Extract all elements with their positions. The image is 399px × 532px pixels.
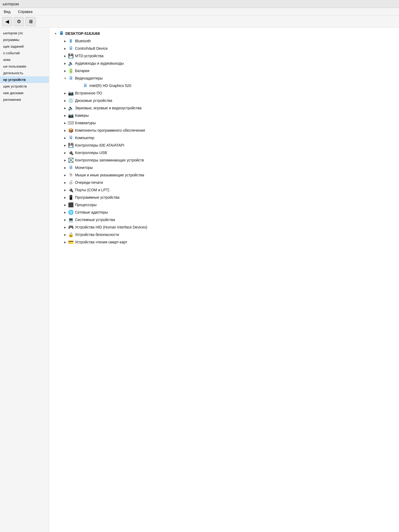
tree-node-network[interactable]: 🌐 Сетевые адаптеры bbox=[61, 209, 399, 216]
tree-node-security[interactable]: 🔒 Устройства безопасности bbox=[61, 231, 399, 238]
software-icon: 📦 bbox=[68, 127, 74, 133]
usb-label: Контроллеры USB bbox=[75, 151, 107, 155]
sidebar-item-shared[interactable]: щие устройств bbox=[0, 83, 49, 90]
tree-node-cpu[interactable]: ⬛ Процессоры bbox=[61, 201, 399, 209]
controlvault-label: ControlVault Device bbox=[75, 46, 108, 51]
tree-node-camera[interactable]: 📷 Камеры bbox=[61, 112, 399, 119]
tree-node-audio[interactable]: 🔈 Аудиовходы и аудиовыходы bbox=[61, 60, 399, 67]
hid-chevron bbox=[63, 225, 67, 229]
tree-node-ide[interactable]: 💾 Контроллеры IDE ATA/ATAPI bbox=[61, 142, 399, 149]
cpu-label: Процессоры bbox=[75, 203, 97, 207]
video-icon: 🖥 bbox=[68, 75, 74, 81]
tree-node-usb[interactable]: 🔌 Контроллеры USB bbox=[61, 149, 399, 156]
usb-icon: 🔌 bbox=[68, 150, 74, 156]
video-label: Видеоадаптеры bbox=[75, 76, 103, 80]
security-icon: 🔒 bbox=[68, 232, 74, 238]
monitors-icon: 🖥 bbox=[68, 165, 74, 171]
mouse-icon: 🖱 bbox=[68, 172, 74, 178]
tree-node-storage2[interactable]: 💽 Контроллеры запоминающих устройств bbox=[61, 156, 399, 164]
tree-node-print[interactable]: 🖨 Очереди печати bbox=[61, 179, 399, 186]
print-label: Очереди печати bbox=[75, 180, 103, 185]
menu-vid[interactable]: Вид bbox=[3, 9, 11, 14]
ports-label: Порты (COM и LPT) bbox=[75, 188, 109, 192]
toolbar: ◀ ⚙ 🖥 bbox=[0, 16, 399, 28]
sound-chevron bbox=[63, 106, 67, 110]
keyboard-chevron bbox=[63, 121, 67, 125]
tree-node-mtd[interactable]: 💾 MTD-устройства bbox=[61, 52, 399, 60]
tree-node-controlvault[interactable]: 🖥 ControlVault Device bbox=[61, 45, 399, 52]
computer-icon: 🖥 bbox=[58, 31, 64, 36]
tree-node-pc[interactable]: 🖥 Компьютер bbox=[61, 134, 399, 142]
disk-chevron bbox=[63, 98, 67, 103]
tree-node-smartcard[interactable]: 💳 Устройства чтения смарт-карт bbox=[61, 238, 399, 246]
device-manager-window: ьютером Вид Справка ◀ ⚙ 🖥 ьютером (лс ро… bbox=[0, 0, 399, 532]
sound-icon: 🔈 bbox=[68, 105, 74, 111]
ide-chevron bbox=[63, 143, 67, 147]
window-title: ьютером bbox=[3, 2, 19, 6]
menu-bar: Вид Справка bbox=[0, 8, 399, 16]
root-chevron bbox=[53, 31, 58, 36]
mtd-chevron bbox=[63, 54, 67, 58]
tree-node-software[interactable]: 📦 Компоненты программного обеспечения bbox=[61, 127, 399, 134]
back-icon: ◀ bbox=[5, 19, 9, 24]
tree-node-keyboard[interactable]: ⌨ Клавиатуры bbox=[61, 119, 399, 127]
firmware-label: Встроенное ПО bbox=[75, 91, 102, 95]
bluetooth-label: Bluetooth bbox=[75, 39, 91, 43]
sidebar-item-folders[interactable]: апки bbox=[0, 56, 49, 63]
monitor-icon: 🖥 bbox=[28, 19, 33, 24]
tree-node-progdev[interactable]: 📱 Программные устройства bbox=[61, 194, 399, 201]
tree-node-sysdev[interactable]: 💻 Системные устройства bbox=[61, 216, 399, 223]
sidebar-item-apps[interactable]: риложения bbox=[0, 96, 49, 103]
cpu-icon: ⬛ bbox=[68, 202, 74, 208]
tree-root-node[interactable]: 🖥 DESKTOP-518JU68 bbox=[52, 30, 399, 37]
tree-node-sound[interactable]: 🔈 Звуковые, игровые и видеоустройства bbox=[61, 104, 399, 112]
sound-label: Звуковые, игровые и видеоустройства bbox=[75, 106, 142, 110]
sidebar-item-users[interactable]: ые пользоваte bbox=[0, 63, 49, 70]
tree-node-hid[interactable]: 🎮 Устройства HID (Human Interface Device… bbox=[61, 223, 399, 231]
menu-help[interactable]: Справка bbox=[17, 9, 34, 14]
network-label: Сетевые адаптеры bbox=[75, 210, 108, 214]
sidebar-item-events[interactable]: о событий bbox=[0, 50, 49, 56]
tree-node-disk[interactable]: 💿 Дисковые устройства bbox=[61, 97, 399, 104]
sidebar-item-performance[interactable]: дительность bbox=[0, 70, 49, 76]
firmware-icon: 📷 bbox=[68, 90, 74, 96]
progdev-icon: 📱 bbox=[68, 194, 74, 200]
title-bar: ьютером bbox=[0, 0, 399, 8]
network-chevron bbox=[63, 210, 67, 214]
sidebar: ьютером (лс рограммы щик заданий о событ… bbox=[0, 28, 49, 532]
intel-gpu-icon: 🖥 bbox=[82, 83, 88, 89]
sidebar-item-devmanager[interactable]: ер устройств bbox=[0, 76, 49, 83]
tree-node-monitors[interactable]: 🖥 Мониторы bbox=[61, 164, 399, 171]
pc-label: Компьютер bbox=[75, 136, 94, 140]
tree-node-battery[interactable]: 🔋 Батареи bbox=[61, 67, 399, 74]
controlvault-chevron bbox=[63, 46, 67, 51]
settings-button[interactable]: ⚙ bbox=[14, 17, 24, 26]
battery-label: Батареи bbox=[75, 69, 89, 73]
tree-node-video[interactable]: 🖥 Видеоадаптеры bbox=[61, 74, 399, 82]
audio-chevron bbox=[63, 61, 67, 65]
hid-label: Устройства HID (Human Interface Devices) bbox=[75, 225, 147, 229]
tree-node-ports[interactable]: 🔌 Порты (COM и LPT) bbox=[61, 186, 399, 194]
audio-icon: 🔈 bbox=[68, 60, 74, 66]
sidebar-item-diskmanager[interactable]: ние дисками bbox=[0, 90, 49, 96]
sidebar-item-computer[interactable]: ьютером (лс bbox=[0, 30, 49, 36]
storage2-icon: 💽 bbox=[68, 157, 74, 163]
device-tree-panel: 🖥 DESKTOP-518JU68 Bluetooth 🖥 bbox=[49, 28, 399, 532]
sidebar-item-programs[interactable]: рограммы bbox=[0, 36, 49, 43]
tree-node-bluetooth[interactable]: Bluetooth bbox=[61, 37, 399, 45]
progdev-chevron bbox=[63, 195, 67, 200]
tree-root: 🖥 DESKTOP-518JU68 Bluetooth 🖥 bbox=[49, 30, 399, 246]
tree-node-intel-gpu[interactable]: 🖥 Intel(R) HD Graphics 520 bbox=[61, 82, 399, 89]
monitors-chevron bbox=[63, 165, 67, 170]
storage2-label: Контроллеры запоминающих устройств bbox=[75, 158, 144, 162]
device-category-list: Bluetooth 🖥 ControlVault Device 💾 MTD-ус… bbox=[52, 37, 399, 246]
sidebar-item-taskscheduler[interactable]: щик заданий bbox=[0, 43, 49, 50]
tree-node-mouse[interactable]: 🖱 Мыши и иные указывающие устройства bbox=[61, 171, 399, 179]
mtd-label: MTD-устройства bbox=[75, 54, 103, 58]
keyboard-label: Клавиатуры bbox=[75, 121, 96, 125]
back-button[interactable]: ◀ bbox=[2, 17, 12, 26]
tree-node-firmware[interactable]: 📷 Встроенное ПО bbox=[61, 89, 399, 97]
mouse-chevron bbox=[63, 173, 67, 177]
progdev-label: Программные устройства bbox=[75, 195, 119, 200]
monitor-button[interactable]: 🖥 bbox=[26, 17, 36, 26]
